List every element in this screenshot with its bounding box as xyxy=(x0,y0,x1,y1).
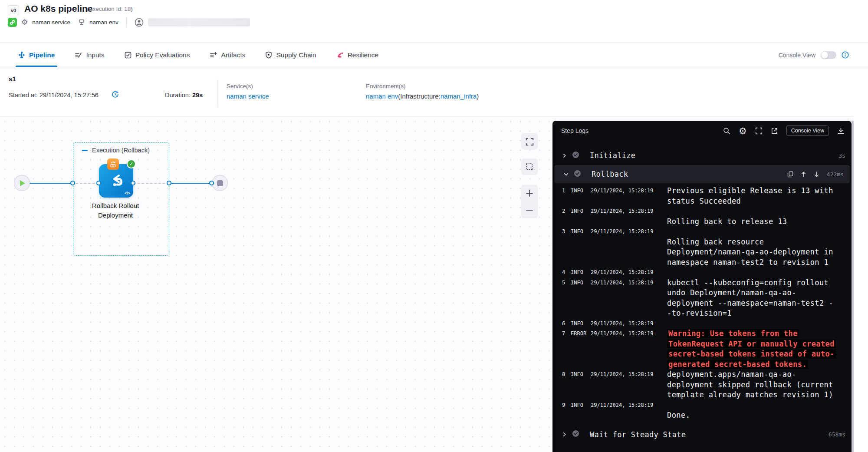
tab-bar: Pipeline Inputs Policy Evaluations Artif… xyxy=(0,43,868,67)
connector-dot xyxy=(96,181,101,185)
step-success-icon xyxy=(572,151,579,160)
version-badge: v0 xyxy=(8,5,19,15)
environments-heading: Environment(s) xyxy=(366,83,479,89)
console-view-toggle[interactable] xyxy=(821,51,836,59)
header-divider xyxy=(126,17,127,27)
connector-dot xyxy=(167,181,171,185)
scroll-to-top-icon[interactable] xyxy=(801,171,806,178)
tab-label: Policy Evaluations xyxy=(135,51,190,59)
zoom-out-button[interactable] xyxy=(521,201,538,218)
fit-to-screen-button[interactable] xyxy=(521,133,538,150)
log-message: Previous eligible Release is 13 withstat… xyxy=(667,186,852,206)
step-logs-title: Step Logs xyxy=(561,127,715,134)
page-header: v0 AO k8s pipeline (Execution Id: 18) ⚙ … xyxy=(0,0,868,43)
duration-label: Duration: xyxy=(165,92,191,99)
log-ln: 5 xyxy=(562,278,567,288)
gear-icon: ⚙ xyxy=(21,19,28,26)
environment-icon xyxy=(78,19,85,26)
group-label: Execution (Rollback) xyxy=(92,147,150,154)
environments-column: Environment(s) naman env(Infrastructure:… xyxy=(366,83,479,100)
service-name-label: naman service xyxy=(32,19,70,26)
redacted-user-email xyxy=(148,18,250,26)
zoom-in-button[interactable] xyxy=(521,185,538,201)
step-success-icon xyxy=(572,430,579,439)
step-logs-panel: Step Logs ⚙ Console View Initialize 3s R… xyxy=(552,121,852,452)
edge-group-to-end xyxy=(169,183,213,184)
log-entry-9: 9INFO29/11/2024, 15:28:19Done. xyxy=(552,400,852,421)
log-entry-1: 1INFO29/11/2024, 15:28:19Previous eligib… xyxy=(552,186,852,206)
copy-icon[interactable] xyxy=(787,171,793,178)
download-logs-icon[interactable] xyxy=(837,127,845,135)
log-ln: 2 xyxy=(562,206,567,217)
console-view-button[interactable]: Console View xyxy=(786,125,829,136)
log-entries: 1INFO29/11/2024, 15:28:19Previous eligib… xyxy=(552,184,852,421)
log-ts: 29/11/2024, 15:28:19 xyxy=(591,319,664,329)
environment-link[interactable]: naman env xyxy=(366,92,398,100)
pipeline-title: AO k8s pipeline xyxy=(24,3,93,14)
tabs: Pipeline Inputs Policy Evaluations Artif… xyxy=(18,43,378,67)
marquee-select-button[interactable] xyxy=(521,158,538,175)
info-icon[interactable] xyxy=(842,51,849,59)
stage-divider xyxy=(217,79,217,107)
scroll-to-bottom-icon[interactable] xyxy=(814,171,819,178)
pipeline-icon xyxy=(18,51,25,59)
log-ln: 7 xyxy=(562,329,567,339)
expand-fullscreen-icon[interactable] xyxy=(755,127,763,135)
search-icon[interactable] xyxy=(723,127,730,135)
section-duration: 422ms xyxy=(827,171,844,178)
tab-label: Pipeline xyxy=(29,51,55,59)
infra-suffix: ) xyxy=(477,92,479,100)
log-ts: 29/11/2024, 15:28:19 xyxy=(591,206,664,217)
cd-module-icon xyxy=(8,18,17,27)
history-icon[interactable] xyxy=(111,90,119,100)
tab-supply-chain[interactable]: Supply Chain xyxy=(265,43,316,67)
tab-policy-evaluations[interactable]: Policy Evaluations xyxy=(125,43,190,67)
pipeline-execution-page: v0 AO k8s pipeline (Execution Id: 18) ⚙ … xyxy=(0,0,868,452)
avatar-icon xyxy=(135,18,144,27)
log-section-rollback[interactable]: Rollback 422ms xyxy=(554,165,850,183)
collapse-group-icon[interactable] xyxy=(82,150,88,151)
tab-label: Supply Chain xyxy=(276,51,316,59)
log-entry-7: 7ERROR29/11/2024, 15:28:19Warning: Use t… xyxy=(552,329,852,370)
log-lvl: ERROR xyxy=(571,329,587,339)
infrastructure-link[interactable]: naman_infra xyxy=(441,92,477,100)
execution-id: (Execution Id: 18) xyxy=(87,6,133,12)
edge-start-to-group xyxy=(26,183,73,184)
log-section-wait-for-steady-state[interactable]: Wait for Steady State 658ms xyxy=(552,426,852,443)
end-node xyxy=(212,175,228,191)
tab-pipeline[interactable]: Pipeline xyxy=(18,43,55,67)
section-duration: 3s xyxy=(838,152,845,159)
log-message: kubectl --kubeconfig=config rolloutundo … xyxy=(667,278,852,319)
log-ln: 6 xyxy=(562,319,567,329)
service-link[interactable]: naman service xyxy=(227,92,269,100)
log-lvl: INFO xyxy=(571,227,587,237)
log-settings-gear-icon[interactable]: ⚙ xyxy=(739,126,747,135)
connector-dot xyxy=(209,181,214,185)
open-external-icon[interactable] xyxy=(771,127,778,135)
environment-name-label: naman env xyxy=(89,19,118,26)
log-ln: 1 xyxy=(562,186,567,196)
section-toolbar xyxy=(787,171,819,178)
log-ln: 3 xyxy=(562,227,567,237)
duration: Duration: 29s xyxy=(165,92,203,99)
log-panel-scrollbar[interactable] xyxy=(852,121,854,452)
log-message: Warning: Use tokens from theTokenRequest… xyxy=(667,329,852,370)
log-lvl: INFO xyxy=(571,186,587,196)
log-ln: 9 xyxy=(562,400,567,411)
services-column: Service(s) naman service xyxy=(227,83,269,100)
log-entry-6: 6INFO29/11/2024, 15:28:19 xyxy=(552,319,852,329)
console-view-label: Console View xyxy=(779,52,815,59)
section-name: Initialize xyxy=(584,151,834,160)
log-ln: 8 xyxy=(562,370,567,380)
stage-name: s1 xyxy=(9,75,16,82)
tab-inputs[interactable]: Inputs xyxy=(75,43,104,67)
log-ts: 29/11/2024, 15:28:19 xyxy=(591,227,664,237)
tab-artifacts[interactable]: Artifacts xyxy=(210,43,245,67)
step-success-icon xyxy=(574,170,581,179)
zoom-controls xyxy=(521,185,538,218)
chevron-down-icon xyxy=(563,172,569,177)
log-section-initialize[interactable]: Initialize 3s xyxy=(552,147,852,164)
connector-dot xyxy=(131,181,135,185)
log-ts: 29/11/2024, 15:28:19 xyxy=(591,329,664,339)
tab-resilience[interactable]: Resilience xyxy=(336,43,379,67)
